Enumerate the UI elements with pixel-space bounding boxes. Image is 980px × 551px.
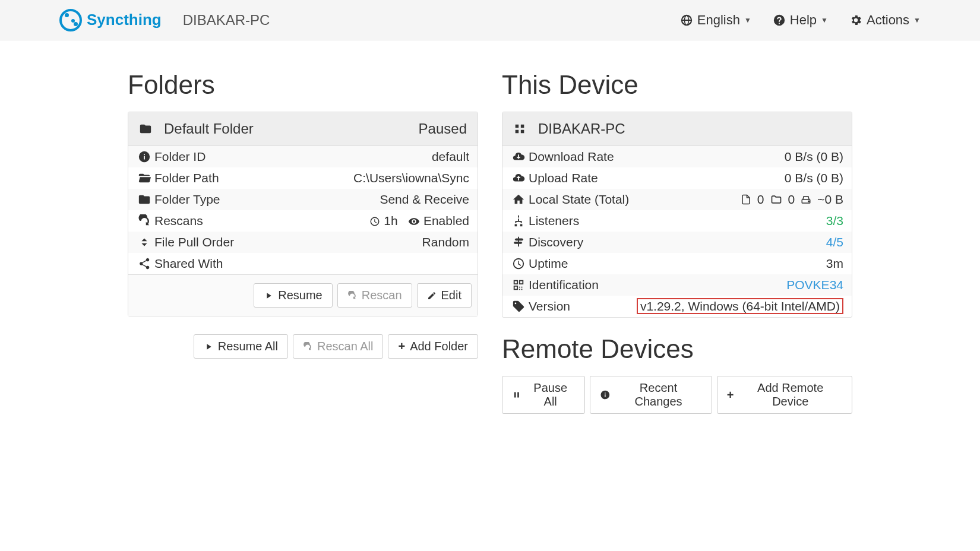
brand[interactable]: Syncthing bbox=[59, 9, 162, 31]
info-circle-icon bbox=[137, 150, 152, 163]
pull-order-label: File Pull Order bbox=[154, 235, 234, 249]
folder-type-label: Folder Type bbox=[154, 192, 220, 207]
play-icon bbox=[264, 291, 273, 300]
identification-label: Identification bbox=[529, 278, 599, 292]
pencil-icon bbox=[427, 291, 437, 300]
add-folder-button[interactable]: + Add Folder bbox=[388, 334, 478, 359]
info-circle-icon bbox=[600, 390, 611, 400]
actions-label: Actions bbox=[867, 12, 909, 28]
signpost-icon bbox=[511, 236, 526, 249]
recent-changes-button[interactable]: Recent Changes bbox=[590, 376, 712, 414]
brand-text: Syncthing bbox=[87, 11, 162, 29]
svg-point-1 bbox=[808, 201, 810, 202]
gear-icon bbox=[849, 14, 862, 27]
folder-id-label: Folder ID bbox=[154, 150, 206, 164]
pause-icon bbox=[512, 390, 521, 400]
folder-icon bbox=[139, 122, 152, 135]
row-identification: Identification POVKE34 bbox=[502, 274, 852, 296]
plus-icon: + bbox=[398, 340, 405, 353]
download-rate-label: Download Rate bbox=[529, 150, 614, 164]
folder-type-value: Send & Receive bbox=[380, 192, 469, 207]
upload-rate-value: 0 B/s (0 B) bbox=[785, 171, 843, 185]
caret-down-icon: ▼ bbox=[744, 16, 751, 24]
resume-all-button[interactable]: Resume All bbox=[194, 334, 288, 359]
help-label: Help bbox=[790, 12, 817, 28]
play-icon bbox=[204, 342, 213, 352]
this-device-title: This Device bbox=[502, 70, 852, 100]
rescans-value: 1h Enabled bbox=[369, 214, 469, 228]
version-value: v1.29.2, Windows (64-bit Intel/AMD) bbox=[637, 299, 843, 314]
uptime-label: Uptime bbox=[529, 256, 568, 271]
help-dropdown[interactable]: Help ▼ bbox=[773, 12, 828, 28]
uptime-value: 3m bbox=[826, 256, 843, 271]
question-circle-icon bbox=[773, 14, 786, 27]
sort-icon bbox=[137, 236, 152, 249]
folder-heading[interactable]: Default Folder Paused bbox=[128, 112, 478, 146]
pull-order-value: Random bbox=[422, 235, 469, 249]
identification-value[interactable]: POVKE34 bbox=[786, 278, 843, 292]
folder-open-icon bbox=[137, 172, 152, 185]
row-folder-path: Folder Path C:\Users\iowna\Sync bbox=[128, 167, 478, 189]
row-shared-with: Shared With bbox=[128, 253, 478, 274]
resume-button[interactable]: Resume bbox=[254, 283, 332, 308]
language-label: English bbox=[697, 12, 740, 28]
device-name: DIBAKAR-PC bbox=[538, 121, 625, 137]
clock-icon bbox=[511, 257, 526, 270]
rescan-button[interactable]: Rescan bbox=[337, 283, 412, 308]
file-icon bbox=[741, 194, 751, 205]
upload-rate-label: Upload Rate bbox=[529, 171, 598, 185]
remote-devices-title: Remote Devices bbox=[502, 334, 852, 364]
edit-button[interactable]: Edit bbox=[417, 283, 472, 308]
version-label: Version bbox=[529, 299, 570, 314]
discovery-label: Discovery bbox=[529, 235, 583, 249]
folder-path-label: Folder Path bbox=[154, 171, 219, 185]
listeners-label: Listeners bbox=[529, 214, 579, 228]
folder-outline-icon bbox=[770, 194, 782, 205]
rescan-all-button[interactable]: Rescan All bbox=[293, 334, 384, 359]
clock-icon bbox=[369, 216, 380, 227]
globe-icon bbox=[680, 14, 693, 27]
pause-all-button[interactable]: Pause All bbox=[502, 376, 585, 414]
row-rescans: Rescans 1h Enabled bbox=[128, 210, 478, 232]
share-icon bbox=[137, 257, 152, 270]
download-rate-value: 0 B/s (0 B) bbox=[785, 150, 843, 164]
folders-title: Folders bbox=[128, 70, 478, 100]
row-upload-rate: Upload Rate 0 B/s (0 B) bbox=[502, 167, 852, 189]
refresh-icon bbox=[303, 342, 312, 352]
add-remote-device-button[interactable]: + Add Remote Device bbox=[717, 376, 852, 414]
local-state-value: 0 0 ~0 B bbox=[741, 192, 843, 207]
device-panel: DIBAKAR-PC Download Rate 0 B/s (0 B) Upl… bbox=[502, 112, 852, 318]
local-state-label: Local State (Total) bbox=[529, 192, 629, 207]
device-heading[interactable]: DIBAKAR-PC bbox=[502, 112, 852, 146]
qrcode-icon bbox=[511, 278, 526, 292]
row-download-rate: Download Rate 0 B/s (0 B) bbox=[502, 146, 852, 167]
folder-panel: Default Folder Paused Folder ID default … bbox=[128, 112, 478, 316]
sitemap-icon bbox=[511, 214, 526, 227]
caret-down-icon: ▼ bbox=[913, 16, 921, 24]
syncthing-logo-icon bbox=[59, 9, 82, 31]
listeners-value[interactable]: 3/3 bbox=[826, 214, 843, 228]
refresh-icon bbox=[347, 291, 357, 300]
folder-status: Paused bbox=[419, 121, 467, 137]
cloud-upload-icon bbox=[511, 172, 526, 185]
refresh-icon bbox=[137, 214, 152, 227]
home-icon bbox=[511, 193, 526, 206]
folder-icon bbox=[137, 193, 152, 206]
navbar: Syncthing DIBAKAR-PC English ▼ Help ▼ Ac… bbox=[0, 0, 980, 40]
row-folder-id: Folder ID default bbox=[128, 146, 478, 167]
language-dropdown[interactable]: English ▼ bbox=[680, 12, 751, 28]
discovery-value[interactable]: 4/5 bbox=[826, 235, 843, 249]
cloud-download-icon bbox=[511, 150, 526, 163]
navbar-device-name: DIBAKAR-PC bbox=[183, 12, 270, 28]
row-discovery: Discovery 4/5 bbox=[502, 232, 852, 253]
device-icon bbox=[513, 122, 526, 135]
plus-icon: + bbox=[727, 388, 734, 402]
caret-down-icon: ▼ bbox=[821, 16, 828, 24]
shared-with-label: Shared With bbox=[154, 256, 223, 271]
row-version: Version v1.29.2, Windows (64-bit Intel/A… bbox=[502, 296, 852, 317]
row-folder-type: Folder Type Send & Receive bbox=[128, 189, 478, 210]
tag-icon bbox=[511, 300, 526, 313]
row-pull-order: File Pull Order Random bbox=[128, 232, 478, 253]
row-uptime: Uptime 3m bbox=[502, 253, 852, 274]
actions-dropdown[interactable]: Actions ▼ bbox=[849, 12, 921, 28]
